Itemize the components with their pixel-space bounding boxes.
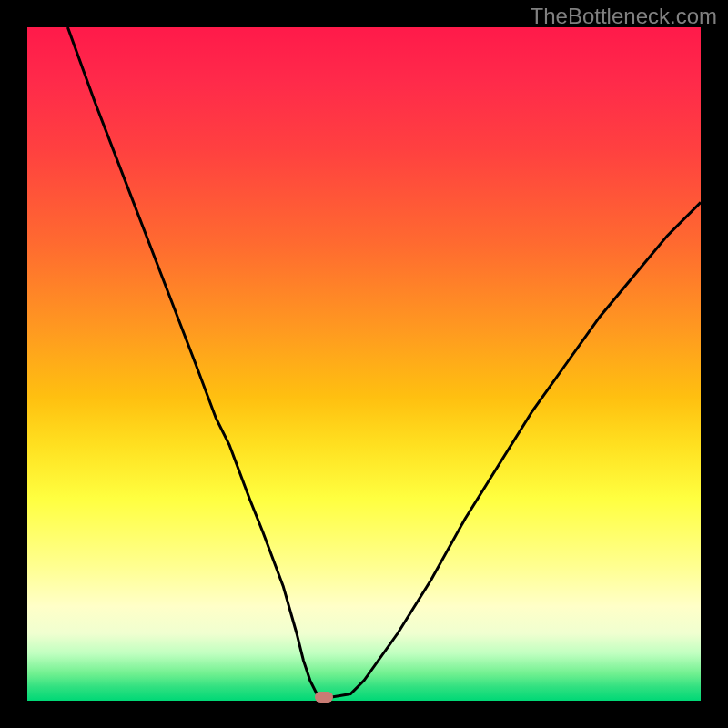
watermark-label: TheBottleneck.com xyxy=(531,4,717,29)
curve-svg xyxy=(27,27,701,701)
bottleneck-curve xyxy=(67,27,701,697)
optimal-marker xyxy=(315,692,333,703)
